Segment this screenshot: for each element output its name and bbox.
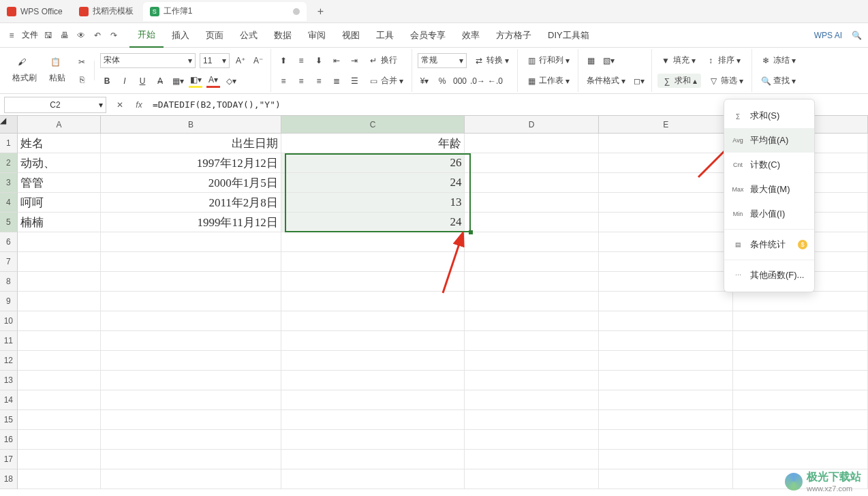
cell-D2[interactable] bbox=[465, 153, 599, 173]
cell-C6[interactable] bbox=[281, 232, 465, 252]
cell-D17[interactable] bbox=[465, 450, 599, 469]
row-col-button[interactable]: ▥行和列▾ bbox=[523, 53, 572, 67]
cell-C15[interactable] bbox=[281, 410, 465, 430]
cell-A8[interactable] bbox=[18, 272, 102, 292]
cell-A10[interactable] bbox=[18, 311, 102, 331]
cell-D14[interactable] bbox=[465, 390, 599, 410]
cell-E18[interactable] bbox=[599, 469, 734, 489]
cell-E6[interactable] bbox=[599, 232, 734, 252]
cell-style-icon[interactable]: ▧▾ bbox=[602, 54, 615, 67]
copy-icon[interactable]: ⎘ bbox=[75, 73, 89, 87]
tab-review[interactable]: 审阅 bbox=[300, 23, 334, 48]
cell-D1[interactable] bbox=[465, 134, 599, 153]
cell-F14[interactable] bbox=[733, 390, 868, 410]
cell-D3[interactable] bbox=[465, 173, 599, 193]
row-header[interactable]: 5 bbox=[0, 213, 18, 232]
cell-A6[interactable] bbox=[18, 232, 102, 252]
row-header[interactable]: 16 bbox=[0, 430, 18, 450]
cell-E15[interactable] bbox=[599, 410, 734, 430]
cell-E17[interactable] bbox=[599, 450, 734, 469]
tab-member[interactable]: 会员专享 bbox=[402, 23, 454, 48]
clear-format-icon[interactable]: ◇▾ bbox=[224, 74, 238, 88]
cell-E13[interactable] bbox=[599, 371, 734, 390]
cell-B8[interactable] bbox=[101, 272, 281, 292]
row-header[interactable]: 12 bbox=[0, 351, 18, 371]
align-right-icon[interactable]: ≡ bbox=[312, 74, 326, 88]
sort-button[interactable]: ↕排序▾ bbox=[702, 53, 743, 67]
cell-B5[interactable]: 1999年11月12日 bbox=[101, 213, 281, 232]
cell-A13[interactable] bbox=[18, 371, 102, 390]
cell-D5[interactable] bbox=[465, 213, 599, 232]
cell-F9[interactable] bbox=[733, 292, 868, 311]
cell-A17[interactable] bbox=[18, 450, 102, 469]
cut-icon[interactable]: ✂ bbox=[75, 55, 89, 69]
wps-ai-button[interactable]: WPS AI bbox=[814, 31, 842, 40]
percent-icon[interactable]: % bbox=[435, 74, 449, 88]
cell-C7[interactable] bbox=[281, 252, 465, 272]
print-icon[interactable]: 🖶 bbox=[59, 29, 71, 42]
fx-icon[interactable]: fx bbox=[132, 98, 146, 112]
table-style-icon[interactable]: ▦ bbox=[584, 54, 598, 67]
cell-F11[interactable] bbox=[733, 331, 868, 351]
cell-A5[interactable]: 楠楠 bbox=[18, 213, 102, 232]
cell-A16[interactable] bbox=[18, 430, 102, 450]
row-header[interactable]: 17 bbox=[0, 450, 18, 469]
cancel-icon[interactable]: ✕ bbox=[113, 98, 127, 112]
file-menu[interactable]: 文件 bbox=[22, 29, 38, 41]
underline-icon[interactable]: U bbox=[136, 74, 149, 88]
cell-B12[interactable] bbox=[101, 351, 281, 371]
align-left-icon[interactable]: ≡ bbox=[277, 74, 290, 88]
cell-E9[interactable] bbox=[599, 292, 734, 311]
row-header[interactable]: 10 bbox=[0, 311, 18, 331]
cell-A7[interactable] bbox=[18, 252, 102, 272]
cell-B6[interactable] bbox=[101, 232, 281, 252]
cell-E1[interactable] bbox=[599, 134, 734, 153]
tab-diy[interactable]: DIY工具箱 bbox=[540, 23, 598, 48]
cell-C9[interactable] bbox=[281, 292, 465, 311]
strike-icon[interactable]: A̶ bbox=[153, 74, 167, 88]
cell-E8[interactable] bbox=[599, 272, 734, 292]
tab-home[interactable]: 开始 bbox=[129, 23, 164, 48]
tab-data[interactable]: 数据 bbox=[266, 23, 300, 48]
row-header[interactable]: 14 bbox=[0, 390, 18, 410]
cell-B1[interactable]: 出生日期 bbox=[101, 134, 281, 153]
col-header-C[interactable]: C bbox=[281, 116, 465, 133]
cell-B13[interactable] bbox=[101, 371, 281, 390]
cell-E11[interactable] bbox=[599, 331, 734, 351]
cell-F12[interactable] bbox=[733, 351, 868, 371]
name-box[interactable]: C2 ▾ bbox=[4, 97, 106, 113]
col-header-D[interactable]: D bbox=[465, 116, 599, 133]
increase-font-icon[interactable]: A⁺ bbox=[234, 54, 247, 67]
app-tab-template[interactable]: 找稻壳模板 bbox=[72, 2, 140, 21]
font-name-select[interactable]: 宋体▾ bbox=[100, 53, 196, 68]
cell-D13[interactable] bbox=[465, 371, 599, 390]
tab-view[interactable]: 视图 bbox=[334, 23, 368, 48]
cell-A15[interactable] bbox=[18, 410, 102, 430]
cell-E16[interactable] bbox=[599, 430, 734, 450]
cell-D11[interactable] bbox=[465, 331, 599, 351]
cell-C5[interactable]: 24 bbox=[281, 213, 465, 232]
search-icon[interactable]: 🔍 bbox=[850, 29, 863, 42]
cell-B9[interactable] bbox=[101, 292, 281, 311]
cell-A9[interactable] bbox=[18, 292, 102, 311]
tab-efficiency[interactable]: 效率 bbox=[454, 23, 488, 48]
cell-C18[interactable] bbox=[281, 469, 465, 489]
paste-button[interactable]: 📋粘贴 bbox=[46, 57, 68, 84]
row-header[interactable]: 11 bbox=[0, 331, 18, 351]
cell-B11[interactable] bbox=[101, 331, 281, 351]
cell-C3[interactable]: 24 bbox=[281, 173, 465, 193]
cell-B16[interactable] bbox=[101, 430, 281, 450]
app-tab-wps[interactable]: WPS Office bbox=[0, 2, 69, 21]
undo-icon[interactable]: ↶ bbox=[91, 29, 104, 42]
cell-C2[interactable]: 26 bbox=[281, 153, 465, 173]
cell-C13[interactable] bbox=[281, 371, 465, 390]
tab-tools[interactable]: 工具 bbox=[368, 23, 402, 48]
decrease-font-icon[interactable]: A⁻ bbox=[251, 54, 265, 67]
cell-D6[interactable] bbox=[465, 232, 599, 252]
fill-color-icon[interactable]: ◧▾ bbox=[189, 74, 202, 88]
row-header[interactable]: 15 bbox=[0, 410, 18, 430]
cell-C12[interactable] bbox=[281, 351, 465, 371]
dec-decimal-icon[interactable]: ←.0 bbox=[489, 74, 502, 88]
cell-D9[interactable] bbox=[465, 292, 599, 311]
cell-C8[interactable] bbox=[281, 272, 465, 292]
